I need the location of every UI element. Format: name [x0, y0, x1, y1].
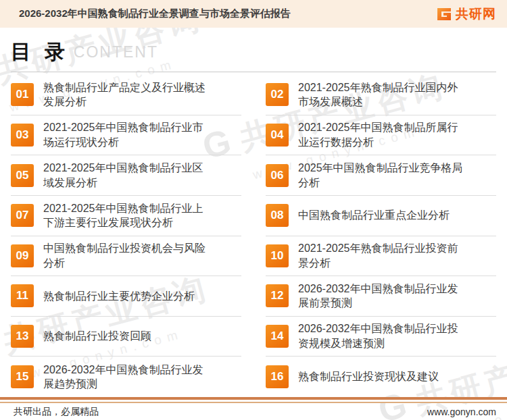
toc-item-text: 熟食制品行业投资现状及建议 [298, 369, 439, 384]
toc-item-number: 07 [11, 204, 34, 227]
toc-item[interactable]: 10 2021-2025年熟食制品行业投资前景分析 [266, 236, 496, 277]
toc-item-number: 01 [11, 83, 34, 106]
toc-item-text: 2021-2025年熟食制品行业国内外市场发展概述 [298, 80, 464, 109]
toc-item-number: 13 [11, 325, 34, 348]
toc-item[interactable]: 11 熟食制品行业主要优势企业分析 [11, 276, 241, 317]
report-toc-page: 2026-2032年中国熟食制品行业全景调查与市场全景评估报告 共研网 目 录 … [0, 0, 507, 420]
page-header: 2026-2032年中国熟食制品行业全景调查与市场全景评估报告 共研网 [0, 0, 507, 28]
toc-item-number: 12 [266, 284, 289, 307]
toc-item-text: 2025年中国熟食制品行业竞争格局分析 [298, 161, 464, 190]
toc-item-number: 03 [11, 124, 34, 147]
toc-item-text: 2021-2025年熟食制品行业投资前景分析 [298, 241, 464, 270]
toc-item[interactable]: 08 中国熟食制品行业重点企业分析 [266, 196, 496, 236]
gonyn-logo: 共研网 [436, 5, 496, 23]
toc-item-text: 熟食制品行业产品定义及行业概述发展分析 [43, 80, 209, 109]
toc-title-cn: 目 录 [11, 41, 69, 63]
toc-list: 01 熟食制品行业产品定义及行业概述发展分析 02 2021-2025年熟食制品… [0, 72, 507, 397]
toc-item-text: 2021-2025年中国熟食制品行业区域发展分析 [43, 161, 209, 190]
toc-item-number: 16 [266, 365, 289, 388]
toc-heading: 目 录 CONTENT [0, 28, 507, 72]
gonyn-logo-icon [436, 6, 452, 22]
toc-item[interactable]: 03 2021-2025年中国熟食制品行业市场运行现状分析 [11, 115, 241, 156]
footer-slogan: 共研出品，必属精品 [14, 406, 99, 418]
toc-item-text: 中国熟食制品行业投资机会与风险分析 [43, 241, 209, 270]
toc-item[interactable]: 07 2021-2025年中国熟食制品行业上下游主要行业发展现状分析 [11, 196, 241, 236]
toc-item-number: 05 [11, 164, 34, 187]
toc-item-number: 06 [266, 164, 289, 187]
toc-item-text: 2021-2025年中国熟食制品行业市场运行现状分析 [43, 120, 209, 149]
toc-item-number: 09 [11, 244, 34, 267]
page-footer: 共研出品，必属精品 www.gonyn.com [0, 397, 507, 420]
gonyn-logo-text: 共研网 [456, 5, 496, 23]
toc-title-en: CONTENT [74, 43, 158, 61]
toc-item-text: 2026-2032年中国熟食制品行业投资规模及增速预测 [298, 321, 464, 350]
toc-item-number: 11 [11, 284, 34, 307]
toc-item-text: 2021-2025年中国熟食制品所属行业运行数据分析 [298, 120, 464, 149]
toc-item[interactable]: 04 2021-2025年中国熟食制品所属行业运行数据分析 [266, 115, 496, 156]
toc-item-text: 熟食制品行业主要优势企业分析 [43, 289, 195, 304]
toc-item-text: 2026-2032年中国熟食制品行业发展趋势预测 [43, 363, 209, 392]
toc-heading-divider: 目 录 CONTENT [11, 38, 496, 72]
toc-item[interactable]: 06 2025年中国熟食制品行业竞争格局分析 [266, 155, 496, 196]
toc-item[interactable]: 15 2026-2032年中国熟食制品行业发展趋势预测 [11, 357, 241, 397]
toc-item-number: 15 [11, 365, 34, 388]
toc-item[interactable]: 01 熟食制品行业产品定义及行业概述发展分析 [11, 75, 241, 115]
toc-item[interactable]: 09 中国熟食制品行业投资机会与风险分析 [11, 236, 241, 277]
toc-item-text: 2026-2032年中国熟食制品行业发展前景预测 [298, 282, 464, 311]
toc-item[interactable]: 16 熟食制品行业投资现状及建议 [266, 357, 496, 397]
toc-item-number: 04 [266, 124, 289, 147]
toc-item-number: 14 [266, 325, 289, 348]
toc-item-text: 熟食制品行业投资回顾 [43, 329, 151, 344]
toc-item[interactable]: 02 2021-2025年熟食制品行业国内外市场发展概述 [266, 75, 496, 115]
footer-website-link[interactable]: www.gonyn.com [427, 406, 496, 417]
toc-item-number: 08 [266, 204, 289, 227]
toc-item-number: 10 [266, 244, 289, 267]
toc-item[interactable]: 13 熟食制品行业投资回顾 [11, 317, 241, 357]
toc-item-text: 2021-2025年中国熟食制品行业上下游主要行业发展现状分析 [43, 201, 209, 230]
toc-item-text: 中国熟食制品行业重点企业分析 [298, 208, 450, 223]
toc-item[interactable]: 14 2026-2032年中国熟食制品行业投资规模及增速预测 [266, 317, 496, 357]
toc-item[interactable]: 12 2026-2032年中国熟食制品行业发展前景预测 [266, 276, 496, 317]
toc-item[interactable]: 05 2021-2025年中国熟食制品行业区域发展分析 [11, 155, 241, 196]
report-title: 2026-2032年中国熟食制品行业全景调查与市场全景评估报告 [19, 7, 291, 20]
toc-item-number: 02 [266, 83, 289, 106]
